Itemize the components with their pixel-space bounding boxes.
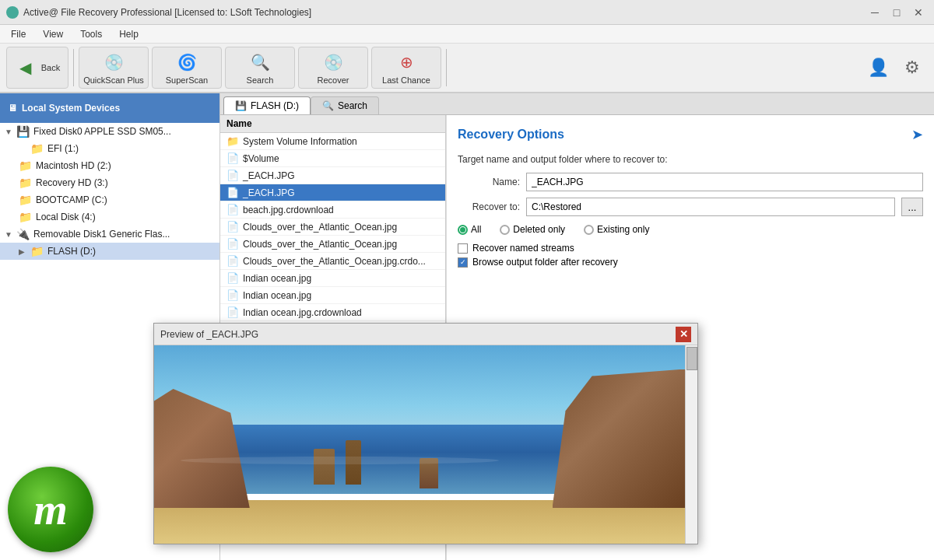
file-svi-icon: 📁: [226, 135, 239, 147]
checkbox-named-streams[interactable]: Recover named streams: [458, 243, 923, 254]
file-item-volume[interactable]: 📄 $Volume: [220, 150, 445, 167]
recover-to-row: Recover to: ...: [458, 198, 923, 216]
tab-bar: 💾 FLASH (D:) 🔍 Search: [220, 93, 934, 115]
scroll-thumb[interactable]: [686, 347, 697, 370]
file-indian3-name: Indian ocean.jpg.crdownload: [243, 307, 362, 318]
menu-file[interactable]: File: [3, 27, 33, 41]
sidebar-item-flash[interactable]: ▶ 📁 FLASH (D:): [0, 243, 219, 260]
app-logo: m: [8, 467, 93, 552]
file-item-svi[interactable]: 📁 System Volume Information: [220, 133, 445, 150]
tab-search-label: Search: [338, 100, 367, 111]
preview-scrollbar[interactable]: [685, 345, 697, 544]
tab-search[interactable]: 🔍 Search: [311, 96, 379, 114]
sidebar-item-macintosh[interactable]: 📁 Macintosh HD (2:): [0, 157, 219, 174]
lastchance-icon: ⊕: [395, 51, 417, 73]
sidebar-title: Local System Devices: [22, 103, 120, 114]
macintosh-icon: 📁: [19, 159, 32, 172]
fixed-disk-label: Fixed Disk0 APPLE SSD SM05...: [33, 126, 171, 137]
superscan-label: SuperScan: [166, 75, 208, 85]
settings-button[interactable]: ⚙: [897, 52, 928, 83]
file-item-each1[interactable]: 📄 _EACH.JPG: [220, 167, 445, 184]
radio-all[interactable]: All: [458, 224, 481, 235]
title-bar-left: Active@ File Recovery Professional [Lice…: [6, 6, 311, 19]
file-indian1-name: Indian ocean.jpg: [243, 273, 311, 284]
browse-button[interactable]: ...: [901, 198, 923, 216]
flash-label: FLASH (D:): [47, 246, 96, 257]
minimize-button[interactable]: ─: [866, 5, 884, 20]
file-clouds3-icon: 📄: [226, 255, 239, 267]
tab-flash-label: FLASH (D:): [251, 100, 299, 111]
file-item-indian2[interactable]: 📄 Indian ocean.jpg: [220, 287, 445, 304]
app-title: Active@ File Recovery Professional [Lice…: [23, 7, 311, 18]
local-disk-label: Local Disk (4:): [36, 212, 96, 222]
back-label: Back: [41, 63, 60, 72]
file-item-clouds2[interactable]: 📄 Clouds_over_the_Atlantic_Ocean.jpg: [220, 236, 445, 253]
file-item-indian1[interactable]: 📄 Indian ocean.jpg: [220, 270, 445, 287]
search-icon: 🔍: [249, 51, 271, 73]
sidebar-item-fixed-disk[interactable]: ▼ 💾 Fixed Disk0 APPLE SSD SM05...: [0, 123, 219, 140]
radio-deleted-label: Deleted only: [513, 224, 565, 235]
tab-flash[interactable]: 💾 FLASH (D:): [223, 96, 311, 114]
checkbox-named-streams-label: Recover named streams: [472, 243, 574, 254]
file-item-clouds3[interactable]: 📄 Clouds_over_the_Atlantic_Ocean.jpg.crd…: [220, 253, 445, 270]
recovery-hd-label: Recovery HD (3:): [36, 177, 108, 188]
radio-existing[interactable]: Existing only: [584, 224, 649, 235]
file-item-clouds1[interactable]: 📄 Clouds_over_the_Atlantic_Ocean.jpg: [220, 219, 445, 236]
file-indian1-icon: 📄: [226, 272, 239, 284]
sidebar-item-local-disk[interactable]: 📁 Local Disk (4:): [0, 208, 219, 226]
file-clouds2-icon: 📄: [226, 238, 239, 250]
recovery-hd-icon: 📁: [19, 177, 32, 189]
file-clouds3-name: Clouds_over_the_Atlantic_Ocean.jpg.crdo.…: [243, 256, 426, 267]
quickscan-button[interactable]: 💿 QuickScan Plus: [79, 47, 149, 89]
file-list-header: Name: [220, 115, 445, 133]
title-bar: Active@ File Recovery Professional [Lice…: [0, 0, 934, 25]
preview-title: Preview of _EACH.JPG: [160, 329, 258, 340]
wave-layer: [181, 457, 499, 464]
radio-deleted[interactable]: Deleted only: [500, 224, 565, 235]
file-item-each2[interactable]: 📄 _EACH.JPG: [220, 184, 445, 201]
file-clouds1-icon: 📄: [226, 221, 239, 233]
rock1-layer: [314, 449, 335, 485]
recovery-title: Recovery Options: [458, 128, 564, 142]
recovery-description: Target name and output folder where to r…: [458, 154, 923, 165]
recover-to-input[interactable]: [526, 198, 895, 216]
recovery-arrow-icon: ➤: [911, 126, 923, 143]
toolbar: ◀ Back 💿 QuickScan Plus 🌀 SuperScan 🔍 Se…: [0, 44, 934, 93]
checkbox-browse-after[interactable]: ✓ Browse output folder after recovery: [458, 257, 923, 268]
sidebar-item-recovery-hd[interactable]: 📁 Recovery HD (3:): [0, 174, 219, 191]
name-label: Name:: [458, 177, 520, 187]
maximize-button[interactable]: □: [887, 5, 906, 20]
name-input[interactable]: [526, 173, 923, 191]
superscan-button[interactable]: 🌀 SuperScan: [152, 47, 222, 89]
logo-letter: m: [33, 485, 68, 534]
toolbar-sep-1: [73, 49, 74, 86]
file-beach-name: beach.jpg.crdownload: [243, 205, 334, 215]
file-item-indian3[interactable]: 📄 Indian ocean.jpg.crdownload: [220, 304, 445, 321]
preview-close-button[interactable]: ✕: [676, 327, 691, 342]
menu-view[interactable]: View: [35, 27, 71, 41]
menu-help[interactable]: Help: [111, 27, 146, 41]
file-item-beach[interactable]: 📄 beach.jpg.crdownload: [220, 201, 445, 219]
lastchance-button[interactable]: ⊕ Last Chance: [371, 47, 441, 89]
sidebar-header: 🖥 Local System Devices: [0, 93, 219, 123]
sidebar-item-removable[interactable]: ▼ 🔌 Removable Disk1 Generic Flas...: [0, 226, 219, 243]
removable-label: Removable Disk1 Generic Flas...: [33, 229, 170, 240]
expand-icon-flash: ▶: [19, 247, 28, 256]
back-button[interactable]: ◀ Back: [6, 47, 68, 89]
help-button[interactable]: 👤: [862, 52, 894, 83]
file-each1-icon: 📄: [226, 170, 239, 181]
removable-icon: 🔌: [16, 228, 30, 240]
recovery-header: Recovery Options ➤: [458, 126, 923, 143]
toolbar-right: 👤 ⚙: [862, 52, 928, 83]
settings-icon: ⚙: [904, 58, 920, 78]
search-button[interactable]: 🔍 Search: [225, 47, 295, 89]
flash-icon: 📁: [30, 245, 44, 257]
sidebar-item-bootcamp[interactable]: 📁 BOOTCAMP (C:): [0, 191, 219, 208]
menu-tools[interactable]: Tools: [72, 27, 110, 41]
close-button[interactable]: ✕: [909, 5, 928, 20]
preview-content: [154, 345, 697, 544]
preview-window: Preview of _EACH.JPG ✕: [153, 323, 698, 544]
sidebar-item-efi[interactable]: 📁 EFI (1:): [0, 140, 219, 157]
recover-button[interactable]: 💿 Recover: [298, 47, 368, 89]
file-each2-icon: 📄: [226, 187, 239, 198]
